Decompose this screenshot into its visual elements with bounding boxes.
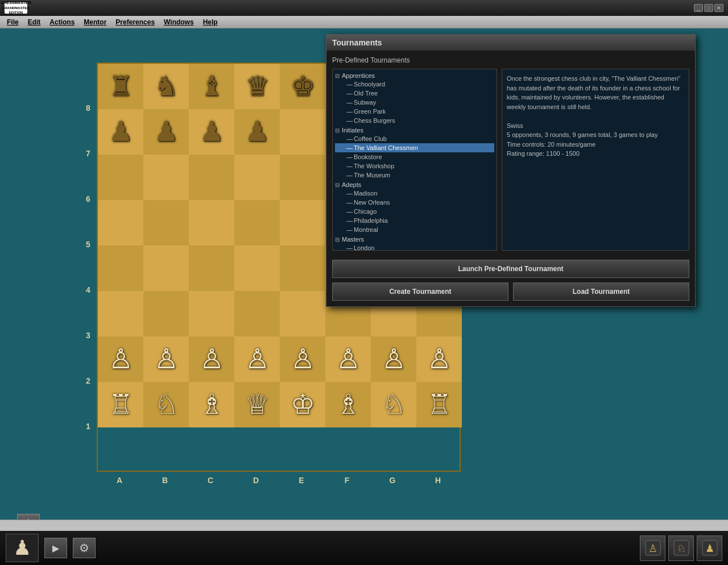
square-a7[interactable]: ♟ [98,109,143,155]
settings-button[interactable]: ⚙ [73,538,96,558]
collapse-icon-masters: ⊟ [335,236,340,243]
square-a3[interactable] [98,291,143,336]
piece-b2: ♙ [154,346,179,373]
tree-group-header-initiates[interactable]: ⊟ Initiates [335,126,494,134]
square-c6[interactable] [189,155,234,200]
menu-preferences[interactable]: Preferences [111,17,159,27]
square-d1[interactable]: ♕ [234,382,280,427]
square-c2[interactable]: ♙ [189,336,234,382]
bottom-toolbar: ♟ ▶ ⚙ ♙ ♘ ♟ [0,531,728,565]
menu-edit[interactable]: Edit [23,17,46,27]
square-a8[interactable]: ♜ [98,64,143,109]
square-a1[interactable]: ♖ [98,382,143,427]
square-a4[interactable] [98,246,143,291]
square-e4[interactable] [280,246,325,291]
square-c7[interactable]: ♟ [189,109,234,155]
square-f2[interactable]: ♙ [325,336,371,382]
tree-group-header-masters[interactable]: ⊟ Masters [335,235,494,243]
close-button[interactable]: ✕ [714,4,723,12]
piece-display[interactable]: ♟ [6,534,39,562]
tree-item-montreal[interactable]: Montreal [335,225,494,234]
square-b5[interactable] [143,200,189,246]
tree-item-philadelphia[interactable]: Philadelphia [335,216,494,225]
square-e1[interactable]: ♔ [280,382,325,427]
square-d3[interactable] [234,291,280,336]
square-g1[interactable]: ♘ [371,382,416,427]
menu-windows[interactable]: Windows [159,17,198,27]
menu-mentor[interactable]: Mentor [79,17,111,27]
piece-c7: ♟ [200,118,224,146]
tree-item-old-tree[interactable]: Old Tree [335,89,494,98]
tree-item-valliant-chessmen[interactable]: The Valliant Chessmen [335,143,494,152]
square-a6[interactable] [98,155,143,200]
dialog-bottom-buttons: Create Tournament Load Tournament [332,282,689,301]
square-b7[interactable]: ♟ [143,109,189,155]
square-b1[interactable]: ♘ [143,382,189,427]
dialog-title: Tournaments [332,38,382,47]
rank-7: 7 [86,131,90,176]
right-btn-1[interactable]: ♙ [640,535,665,561]
square-d4[interactable] [234,246,280,291]
menu-file[interactable]: File [2,17,23,27]
tree-item-green-park[interactable]: Green Park [335,107,494,116]
tree-item-chess-burgers[interactable]: Chess Burgers [335,116,494,125]
square-e6[interactable] [280,155,325,200]
right-btn-3[interactable]: ♟ [697,535,722,561]
square-a5[interactable] [98,200,143,246]
square-d7[interactable]: ♟ [234,109,280,155]
square-e7[interactable] [280,109,325,155]
piece-b7: ♟ [154,118,179,146]
square-d2[interactable]: ♙ [234,336,280,382]
tree-item-subway[interactable]: Subway [335,98,494,107]
square-b6[interactable] [143,155,189,200]
tree-item-london[interactable]: London [335,243,494,251]
right-btn-2[interactable]: ♘ [668,535,694,561]
square-b3[interactable] [143,291,189,336]
square-c4[interactable] [189,246,234,291]
piece-a2: ♙ [109,346,133,373]
tree-item-coffee-club[interactable]: Coffee Club [335,134,494,143]
square-h1[interactable]: ♖ [416,382,462,427]
tree-group-header-adepts[interactable]: ⊟ Adepts [335,181,494,189]
square-b4[interactable] [143,246,189,291]
tree-item-new-orleans[interactable]: New Orleans [335,198,494,207]
menu-actions[interactable]: Actions [45,17,79,27]
tree-item-museum[interactable]: The Museum [335,171,494,180]
piece-a1: ♖ [109,391,133,418]
play-button[interactable]: ▶ [44,538,67,558]
piece-b1: ♘ [154,391,179,418]
square-e8[interactable]: ♚ [280,64,325,109]
square-d8[interactable]: ♛ [234,64,280,109]
square-h2[interactable]: ♙ [416,336,462,382]
create-tournament-button[interactable]: Create Tournament [332,282,508,301]
launch-predefined-button[interactable]: Launch Pre-Defined Tournament [332,260,689,278]
square-c3[interactable] [189,291,234,336]
square-c8[interactable]: ♝ [189,64,234,109]
square-e3[interactable] [280,291,325,336]
maximize-button[interactable]: □ [704,4,713,12]
square-b2[interactable]: ♙ [143,336,189,382]
minimize-button[interactable]: _ [694,4,703,12]
load-tournament-button[interactable]: Load Tournament [513,282,689,301]
square-e5[interactable] [280,200,325,246]
menu-help[interactable]: Help [198,17,222,27]
square-g2[interactable]: ♙ [371,336,416,382]
tree-item-bookstore[interactable]: Bookstore [335,152,494,161]
tree-group-label-adepts: Adepts [342,181,361,188]
tree-item-chicago[interactable]: Chicago [335,207,494,216]
tree-item-schoolyard[interactable]: Schoolyard [335,80,494,89]
square-e2[interactable]: ♙ [280,336,325,382]
collapse-icon-adepts: ⊟ [335,182,340,188]
square-c1[interactable]: ♗ [189,382,234,427]
square-c5[interactable] [189,200,234,246]
square-b8[interactable]: ♞ [143,64,189,109]
tournament-rating-range: Rating range: 1100 - 1500 [507,149,684,159]
tree-item-madison[interactable]: Madison [335,189,494,198]
tree-group-header-apprentices[interactable]: ⊟ Apprentices [335,72,494,80]
tree-item-workshop[interactable]: The Workshop [335,161,494,171]
tournament-tree[interactable]: ⊟ Apprentices Schoolyard Old Tree Subway… [332,69,497,251]
square-f1[interactable]: ♗ [325,382,371,427]
square-d5[interactable] [234,200,280,246]
square-a2[interactable]: ♙ [98,336,143,382]
square-d6[interactable] [234,155,280,200]
